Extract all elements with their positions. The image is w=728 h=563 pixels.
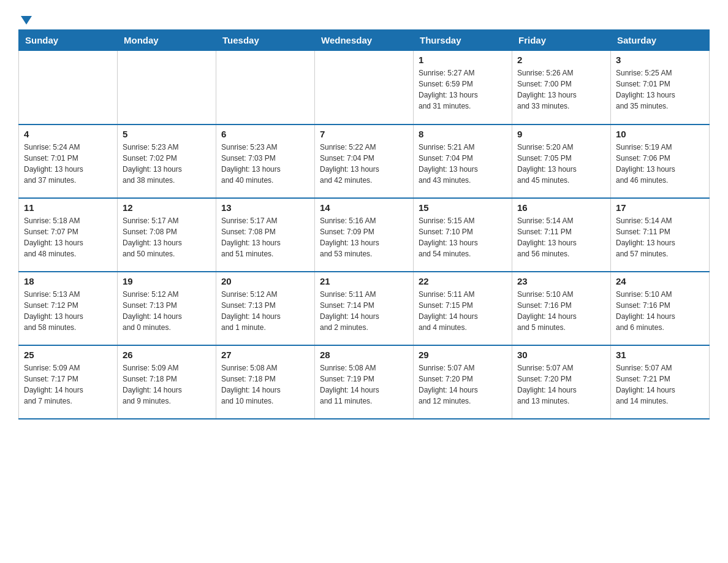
day-number: 2 [517,55,605,65]
day-number: 30 [517,350,605,360]
day-number: 22 [419,276,507,286]
day-info: Sunrise: 5:21 AM Sunset: 7:04 PM Dayligh… [419,142,507,186]
week-row-5: 25Sunrise: 5:09 AM Sunset: 7:17 PM Dayli… [19,345,710,419]
calendar-cell [118,51,216,124]
week-row-4: 18Sunrise: 5:13 AM Sunset: 7:12 PM Dayli… [19,272,710,345]
column-header-saturday: Saturday [611,30,710,51]
day-number: 27 [221,350,309,360]
day-info: Sunrise: 5:17 AM Sunset: 7:08 PM Dayligh… [123,215,211,259]
calendar-cell: 30Sunrise: 5:07 AM Sunset: 7:20 PM Dayli… [512,345,611,419]
day-info: Sunrise: 5:08 AM Sunset: 7:18 PM Dayligh… [221,362,309,407]
calendar-cell: 17Sunrise: 5:14 AM Sunset: 7:11 PM Dayli… [611,198,710,272]
day-info: Sunrise: 5:10 AM Sunset: 7:16 PM Dayligh… [517,289,605,333]
day-info: Sunrise: 5:15 AM Sunset: 7:10 PM Dayligh… [419,215,507,259]
day-info: Sunrise: 5:23 AM Sunset: 7:02 PM Dayligh… [123,142,211,186]
calendar-cell [19,51,118,124]
logo-triangle-icon [20,13,33,27]
column-header-monday: Monday [118,30,216,51]
day-info: Sunrise: 5:12 AM Sunset: 7:13 PM Dayligh… [123,289,211,333]
day-info: Sunrise: 5:08 AM Sunset: 7:19 PM Dayligh… [320,362,408,407]
day-info: Sunrise: 5:16 AM Sunset: 7:09 PM Dayligh… [320,215,408,259]
calendar-cell: 10Sunrise: 5:19 AM Sunset: 7:06 PM Dayli… [611,124,710,198]
calendar-cell: 19Sunrise: 5:12 AM Sunset: 7:13 PM Dayli… [118,272,216,345]
logo [18,12,33,23]
day-info: Sunrise: 5:07 AM Sunset: 7:20 PM Dayligh… [517,362,605,407]
column-header-tuesday: Tuesday [216,30,315,51]
day-number: 3 [616,55,704,65]
day-info: Sunrise: 5:25 AM Sunset: 7:01 PM Dayligh… [616,67,704,112]
column-header-friday: Friday [512,30,611,51]
day-number: 9 [517,129,605,139]
day-number: 29 [419,350,507,360]
calendar-cell: 25Sunrise: 5:09 AM Sunset: 7:17 PM Dayli… [19,345,118,419]
day-number: 16 [517,202,605,213]
day-number: 12 [123,202,211,213]
day-number: 24 [616,276,704,286]
calendar-cell: 5Sunrise: 5:23 AM Sunset: 7:02 PM Daylig… [118,124,216,198]
day-number: 11 [24,202,112,213]
day-number: 14 [320,202,408,213]
calendar-cell: 23Sunrise: 5:10 AM Sunset: 7:16 PM Dayli… [512,272,611,345]
day-number: 17 [616,202,704,213]
day-info: Sunrise: 5:20 AM Sunset: 7:05 PM Dayligh… [517,142,605,186]
day-number: 18 [24,276,112,286]
calendar-cell [315,51,414,124]
day-number: 1 [419,55,507,65]
day-number: 7 [320,129,408,139]
calendar-cell: 29Sunrise: 5:07 AM Sunset: 7:20 PM Dayli… [414,345,512,419]
day-info: Sunrise: 5:10 AM Sunset: 7:16 PM Dayligh… [616,289,704,333]
calendar-cell: 2Sunrise: 5:26 AM Sunset: 7:00 PM Daylig… [512,51,611,124]
calendar-cell: 7Sunrise: 5:22 AM Sunset: 7:04 PM Daylig… [315,124,414,198]
column-header-thursday: Thursday [414,30,512,51]
day-number: 28 [320,350,408,360]
calendar-cell [216,51,315,124]
calendar-cell: 6Sunrise: 5:23 AM Sunset: 7:03 PM Daylig… [216,124,315,198]
calendar-cell: 26Sunrise: 5:09 AM Sunset: 7:18 PM Dayli… [118,345,216,419]
day-number: 10 [616,129,704,139]
day-info: Sunrise: 5:22 AM Sunset: 7:04 PM Dayligh… [320,142,408,186]
calendar-cell: 24Sunrise: 5:10 AM Sunset: 7:16 PM Dayli… [611,272,710,345]
calendar-cell: 16Sunrise: 5:14 AM Sunset: 7:11 PM Dayli… [512,198,611,272]
calendar-cell: 11Sunrise: 5:18 AM Sunset: 7:07 PM Dayli… [19,198,118,272]
day-number: 31 [616,350,704,360]
day-number: 15 [419,202,507,213]
calendar-header: SundayMondayTuesdayWednesdayThursdayFrid… [19,30,710,51]
day-number: 20 [221,276,309,286]
column-header-sunday: Sunday [19,30,118,51]
calendar-cell: 12Sunrise: 5:17 AM Sunset: 7:08 PM Dayli… [118,198,216,272]
day-info: Sunrise: 5:09 AM Sunset: 7:18 PM Dayligh… [123,362,211,407]
day-number: 26 [123,350,211,360]
day-info: Sunrise: 5:13 AM Sunset: 7:12 PM Dayligh… [24,289,112,333]
calendar-cell: 21Sunrise: 5:11 AM Sunset: 7:14 PM Dayli… [315,272,414,345]
week-row-2: 4Sunrise: 5:24 AM Sunset: 7:01 PM Daylig… [19,124,710,198]
calendar-table: SundayMondayTuesdayWednesdayThursdayFrid… [18,29,710,419]
calendar-cell: 8Sunrise: 5:21 AM Sunset: 7:04 PM Daylig… [414,124,512,198]
column-header-wednesday: Wednesday [315,30,414,51]
week-row-3: 11Sunrise: 5:18 AM Sunset: 7:07 PM Dayli… [19,198,710,272]
day-number: 21 [320,276,408,286]
day-info: Sunrise: 5:27 AM Sunset: 6:59 PM Dayligh… [419,67,507,112]
day-number: 4 [24,129,112,139]
day-info: Sunrise: 5:11 AM Sunset: 7:14 PM Dayligh… [320,289,408,333]
day-number: 19 [123,276,211,286]
calendar-cell: 4Sunrise: 5:24 AM Sunset: 7:01 PM Daylig… [19,124,118,198]
calendar-cell: 20Sunrise: 5:12 AM Sunset: 7:13 PM Dayli… [216,272,315,345]
day-info: Sunrise: 5:26 AM Sunset: 7:00 PM Dayligh… [517,67,605,112]
day-number: 6 [221,129,309,139]
calendar-cell: 31Sunrise: 5:07 AM Sunset: 7:21 PM Dayli… [611,345,710,419]
svg-marker-0 [21,16,32,25]
day-info: Sunrise: 5:09 AM Sunset: 7:17 PM Dayligh… [24,362,112,407]
week-row-1: 1Sunrise: 5:27 AM Sunset: 6:59 PM Daylig… [19,51,710,124]
calendar-cell: 28Sunrise: 5:08 AM Sunset: 7:19 PM Dayli… [315,345,414,419]
day-number: 5 [123,129,211,139]
calendar-cell: 27Sunrise: 5:08 AM Sunset: 7:18 PM Dayli… [216,345,315,419]
calendar-cell: 9Sunrise: 5:20 AM Sunset: 7:05 PM Daylig… [512,124,611,198]
day-info: Sunrise: 5:07 AM Sunset: 7:21 PM Dayligh… [616,362,704,407]
day-info: Sunrise: 5:24 AM Sunset: 7:01 PM Dayligh… [24,142,112,186]
day-number: 25 [24,350,112,360]
day-info: Sunrise: 5:07 AM Sunset: 7:20 PM Dayligh… [419,362,507,407]
calendar-cell: 3Sunrise: 5:25 AM Sunset: 7:01 PM Daylig… [611,51,710,124]
day-info: Sunrise: 5:23 AM Sunset: 7:03 PM Dayligh… [221,142,309,186]
day-info: Sunrise: 5:14 AM Sunset: 7:11 PM Dayligh… [517,215,605,259]
day-info: Sunrise: 5:17 AM Sunset: 7:08 PM Dayligh… [221,215,309,259]
